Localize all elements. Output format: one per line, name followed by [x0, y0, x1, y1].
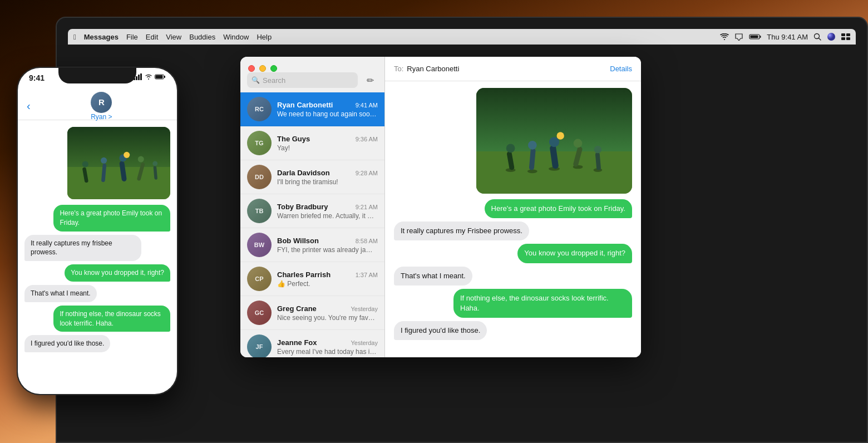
menu-buddies[interactable]: Buddies	[189, 33, 215, 41]
svg-point-34	[82, 161, 88, 167]
iphone-photo-scene	[67, 127, 170, 199]
svg-rect-17	[549, 145, 559, 169]
svg-rect-41	[154, 166, 158, 180]
iphone-contact-center: R Ryan >	[35, 92, 168, 121]
avatar-jeanne: JF	[247, 334, 272, 357]
menubar-left:  Messages File Edit View Buddies Window…	[73, 33, 720, 41]
iphone-bubble-sent-2: You know you dropped it, right?	[65, 264, 170, 282]
window-buttons	[248, 65, 277, 72]
avatar-initials-ryan: RC	[247, 97, 272, 121]
conv-time-bob: 8:58 AM	[356, 238, 378, 244]
chat-area: To: Ryan Carbonetti Details	[385, 57, 641, 357]
menu-help[interactable]: Help	[257, 33, 272, 41]
window-maximize-button[interactable]	[270, 65, 277, 72]
conversation-item-guys[interactable]: TG The Guys 9:36 AM Yay!	[240, 126, 384, 160]
compose-button[interactable]: ✏	[362, 72, 378, 88]
conv-name-charles: Charles Parrish	[277, 270, 331, 279]
conv-info-greg: Greg Crane Yesterday Nice seeing you. Yo…	[277, 304, 378, 322]
iphone-status-icons	[134, 73, 166, 80]
conv-preview-ryan: We need to hang out again soon. Don't be…	[277, 110, 378, 118]
avatar-guys: TG	[247, 131, 272, 155]
iphone-contact-name[interactable]: Ryan >	[91, 113, 112, 121]
avatar-initials-greg: GC	[247, 301, 272, 325]
sidebar-header: 🔍 Search ✏	[240, 57, 384, 92]
svg-point-13	[527, 169, 537, 173]
conv-name-ryan: Ryan Carbonetti	[277, 101, 333, 109]
conv-header-guys: The Guys 9:36 AM	[277, 135, 378, 143]
svg-line-4	[819, 38, 821, 41]
conv-time-charles: 1:37 AM	[356, 272, 378, 278]
iphone-bubble-sent-3: If nothing else, the dinosaur socks look…	[53, 306, 170, 332]
iphone-contact-avatar: R	[91, 92, 112, 113]
chat-messages: Here's a great photo Emily took on Frida…	[385, 81, 641, 357]
avatar-darla: DD	[247, 165, 272, 189]
svg-rect-2	[760, 36, 761, 38]
conv-info-charles: Charles Parrish 1:37 AM 👍 Perfect.	[277, 270, 378, 288]
conv-name-bob: Bob Willson	[277, 237, 319, 245]
conv-info-jeanne: Jeanne Fox Yesterday Every meal I've had…	[277, 338, 378, 356]
svg-point-25	[556, 132, 564, 139]
svg-rect-27	[136, 76, 137, 80]
conv-header-charles: Charles Parrish 1:37 AM	[277, 270, 378, 279]
conversation-item-jeanne[interactable]: JF Jeanne Fox Yesterday Every meal I've …	[240, 330, 384, 357]
iphone-battery-icon	[155, 74, 166, 80]
menu-file[interactable]: File	[126, 33, 138, 41]
chat-details-button[interactable]: Details	[610, 65, 632, 73]
iphone-bubble-received-3: I figured you'd like those.	[24, 335, 110, 352]
conv-info-darla: Darla Davidson 9:28 AM I'll bring the ti…	[277, 169, 378, 186]
window-minimize-button[interactable]	[259, 65, 266, 72]
avatar-toby: TB	[247, 199, 272, 223]
menubar-right: Thu 9:41 AM	[720, 32, 850, 41]
conversation-list: RC Ryan Carbonetti 9:41 AM We need to ha…	[240, 92, 384, 357]
avatar-initials-toby: TB	[247, 199, 272, 223]
svg-rect-23	[595, 152, 601, 170]
svg-rect-1	[751, 36, 758, 38]
conv-info-bob: Bob Willson 8:58 AM FYI, the printer was…	[277, 237, 378, 254]
chat-bubble-sent-1: Here's a great photo Emily took on Frida…	[485, 199, 632, 218]
iphone-notch	[58, 68, 136, 83]
svg-point-5	[827, 33, 835, 41]
svg-point-43	[124, 152, 130, 158]
apple-menu[interactable]: 	[73, 33, 76, 41]
iphone-wifi-icon	[145, 74, 152, 80]
iphone-frame: 9:41	[17, 67, 178, 395]
menu-view[interactable]: View	[166, 33, 181, 41]
conv-preview-bob: FYI, the printer was already jammed when…	[277, 246, 378, 254]
menubar:  Messages File Edit View Buddies Window…	[68, 29, 856, 45]
avatar-ryan: RC	[247, 97, 272, 121]
iphone-photo-message	[67, 127, 170, 199]
svg-point-21	[574, 139, 583, 148]
conversation-item-charles[interactable]: CP Charles Parrish 1:37 AM 👍 Perfect.	[240, 262, 384, 296]
conv-header-jeanne: Jeanne Fox Yesterday	[277, 338, 378, 347]
svg-rect-37	[119, 161, 127, 182]
chat-recipient-name: Ryan Carbonetti	[407, 65, 459, 73]
siri-icon[interactable]	[827, 32, 836, 41]
conversation-item-greg[interactable]: GC Greg Crane Yesterday Nice seeing you.…	[240, 296, 384, 330]
conv-name-greg: Greg Crane	[277, 304, 317, 313]
svg-rect-32	[164, 76, 165, 78]
conv-header-toby: Toby Bradbury 9:21 AM	[277, 203, 378, 211]
iphone-screen: 9:41	[18, 68, 177, 394]
svg-point-15	[528, 141, 537, 150]
menubar-search-icon[interactable]	[813, 33, 821, 41]
menu-edit[interactable]: Edit	[146, 33, 158, 41]
iphone-bubble-sent-1: Here's a great photo Emily took on Frida…	[53, 205, 170, 232]
window-close-button[interactable]	[248, 65, 255, 72]
app-name[interactable]: Messages	[84, 33, 119, 41]
chat-bubble-sent-2: You know you dropped it, right?	[517, 244, 632, 263]
search-bar[interactable]: 🔍 Search	[247, 72, 358, 88]
messages-body: 🔍 Search ✏ RC	[240, 57, 641, 357]
avatar-initials-bob: BW	[247, 233, 272, 257]
control-center-icon[interactable]	[841, 33, 850, 40]
conversation-item-bob[interactable]: BW Bob Willson 8:58 AM FYI, the printer …	[240, 228, 384, 262]
conv-header-greg: Greg Crane Yesterday	[277, 304, 378, 313]
messages-sidebar: 🔍 Search ✏ RC	[240, 57, 385, 357]
iphone-back-button[interactable]: ‹	[27, 100, 31, 112]
svg-rect-9	[846, 37, 850, 40]
menu-window[interactable]: Window	[223, 33, 249, 41]
conversation-item-ryan[interactable]: RC Ryan Carbonetti 9:41 AM We need to ha…	[240, 92, 384, 126]
conversation-item-darla[interactable]: DD Darla Davidson 9:28 AM I'll bring the…	[240, 160, 384, 194]
chat-bubble-received-2: That's what I meant.	[394, 267, 472, 286]
conv-time-darla: 9:28 AM	[356, 170, 378, 176]
conversation-item-toby[interactable]: TB Toby Bradbury 9:21 AM Warren briefed …	[240, 194, 384, 228]
